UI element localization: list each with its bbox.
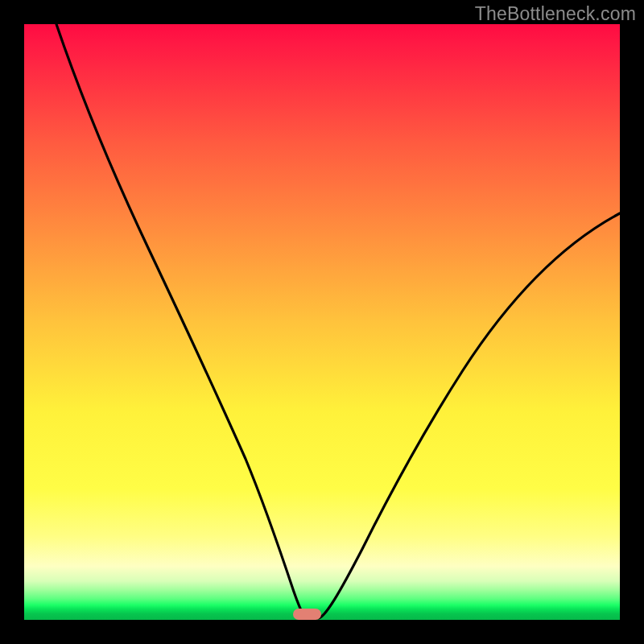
optimal-marker xyxy=(293,609,321,620)
curve-path xyxy=(56,24,620,618)
chart-frame: TheBottleneck.com xyxy=(0,0,644,644)
bottleneck-curve xyxy=(24,24,620,620)
watermark-text: TheBottleneck.com xyxy=(475,3,636,25)
plot-area xyxy=(24,24,620,620)
